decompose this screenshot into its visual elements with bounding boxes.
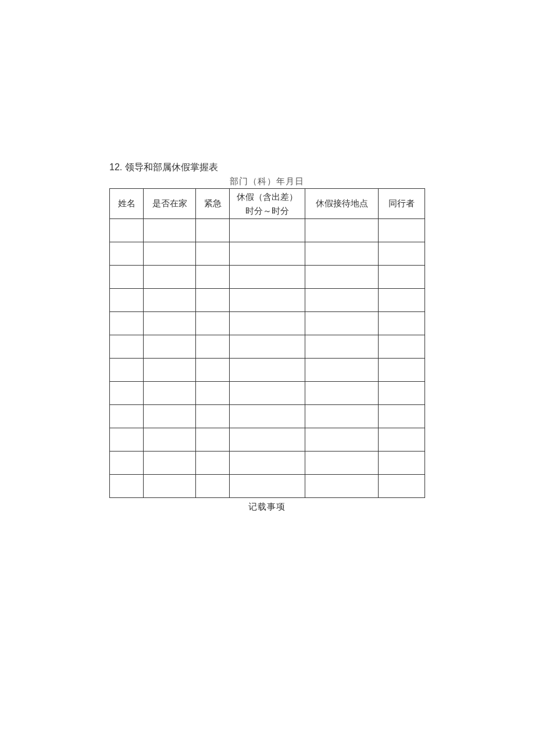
cell-companion <box>379 266 425 289</box>
cell-location <box>305 475 379 498</box>
cell-urgent <box>196 242 230 266</box>
document-subtitle: 部门（科）年月日 <box>109 176 425 187</box>
cell-at_home <box>144 405 196 428</box>
cell-name <box>110 452 144 475</box>
cell-companion <box>379 382 425 405</box>
col-header-urgent: 紧急 <box>196 189 230 219</box>
cell-vacation <box>230 219 305 242</box>
cell-vacation <box>230 266 305 289</box>
cell-vacation <box>230 289 305 312</box>
cell-vacation <box>230 382 305 405</box>
table-row <box>110 475 425 498</box>
footer-note: 记载事项 <box>109 501 425 513</box>
cell-location <box>305 335 379 359</box>
cell-urgent <box>196 428 230 452</box>
cell-at_home <box>144 266 196 289</box>
cell-companion <box>379 289 425 312</box>
cell-name <box>110 359 144 382</box>
table-row <box>110 359 425 382</box>
col-header-vacation-line2: 时分～时分 <box>245 204 289 218</box>
title-text: 领导和部属休假掌握表 <box>125 162 218 172</box>
cell-location <box>305 452 379 475</box>
cell-companion <box>379 428 425 452</box>
cell-urgent <box>196 359 230 382</box>
table-row <box>110 266 425 289</box>
col-header-vacation-line1: 休假（含出差） <box>237 190 298 204</box>
table-row <box>110 335 425 359</box>
cell-companion <box>379 219 425 242</box>
cell-location <box>305 359 379 382</box>
title-number: 12. <box>109 162 122 172</box>
table-row <box>110 452 425 475</box>
cell-location <box>305 289 379 312</box>
table-row <box>110 242 425 266</box>
cell-name <box>110 219 144 242</box>
cell-location <box>305 405 379 428</box>
cell-location <box>305 242 379 266</box>
cell-name <box>110 242 144 266</box>
col-header-vacation: 休假（含出差） 时分～时分 <box>230 189 305 219</box>
cell-name <box>110 428 144 452</box>
cell-companion <box>379 312 425 335</box>
cell-at_home <box>144 428 196 452</box>
cell-name <box>110 289 144 312</box>
cell-companion <box>379 452 425 475</box>
cell-name <box>110 475 144 498</box>
cell-vacation <box>230 242 305 266</box>
cell-location <box>305 428 379 452</box>
cell-vacation <box>230 405 305 428</box>
cell-name <box>110 266 144 289</box>
cell-urgent <box>196 452 230 475</box>
cell-name <box>110 335 144 359</box>
cell-companion <box>379 335 425 359</box>
cell-urgent <box>196 219 230 242</box>
cell-vacation <box>230 312 305 335</box>
col-header-location: 休假接待地点 <box>305 189 379 219</box>
cell-companion <box>379 359 425 382</box>
cell-name <box>110 405 144 428</box>
col-header-companion: 同行者 <box>379 189 425 219</box>
cell-urgent <box>196 475 230 498</box>
cell-urgent <box>196 382 230 405</box>
cell-location <box>305 266 379 289</box>
table-row <box>110 289 425 312</box>
cell-urgent <box>196 335 230 359</box>
cell-at_home <box>144 335 196 359</box>
cell-companion <box>379 475 425 498</box>
cell-urgent <box>196 289 230 312</box>
cell-at_home <box>144 219 196 242</box>
cell-at_home <box>144 452 196 475</box>
cell-vacation <box>230 428 305 452</box>
cell-location <box>305 219 379 242</box>
table-row <box>110 405 425 428</box>
cell-vacation <box>230 335 305 359</box>
cell-at_home <box>144 289 196 312</box>
cell-at_home <box>144 382 196 405</box>
cell-location <box>305 382 379 405</box>
cell-at_home <box>144 359 196 382</box>
col-header-name: 姓名 <box>110 189 144 219</box>
cell-location <box>305 312 379 335</box>
table-row <box>110 382 425 405</box>
document-page: 12. 领导和部属休假掌握表 部门（科）年月日 姓名 是否在家 紧急 休假（含出… <box>109 162 425 513</box>
cell-at_home <box>144 475 196 498</box>
col-header-at-home: 是否在家 <box>144 189 196 219</box>
cell-at_home <box>144 242 196 266</box>
cell-name <box>110 312 144 335</box>
cell-vacation <box>230 452 305 475</box>
cell-companion <box>379 405 425 428</box>
cell-vacation <box>230 475 305 498</box>
cell-name <box>110 382 144 405</box>
cell-urgent <box>196 312 230 335</box>
document-title: 12. 领导和部属休假掌握表 <box>109 162 425 174</box>
table-row <box>110 312 425 335</box>
cell-at_home <box>144 312 196 335</box>
vacation-table: 姓名 是否在家 紧急 休假（含出差） 时分～时分 休假接待地点 同行者 <box>109 188 425 498</box>
cell-urgent <box>196 405 230 428</box>
table-row <box>110 219 425 242</box>
cell-urgent <box>196 266 230 289</box>
table-row <box>110 428 425 452</box>
table-header-row: 姓名 是否在家 紧急 休假（含出差） 时分～时分 休假接待地点 同行者 <box>110 189 425 219</box>
cell-vacation <box>230 359 305 382</box>
cell-companion <box>379 242 425 266</box>
